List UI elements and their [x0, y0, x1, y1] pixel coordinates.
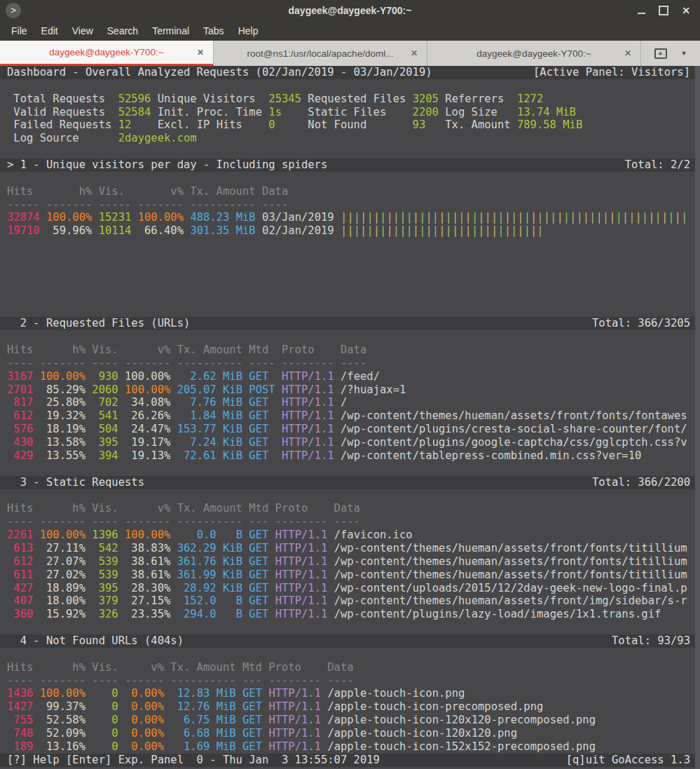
cell-vpct: 0.00% — [125, 700, 164, 713]
summary-segment — [275, 118, 308, 131]
cell-hpct: 13.16% — [40, 740, 85, 753]
menu-item-edit[interactable]: Edit — [34, 22, 65, 39]
new-tab-icon[interactable]: + — [654, 48, 667, 59]
cell-data: /apple-touch-icon-152x152-precomposed.pn… — [327, 740, 596, 753]
bar-tick: | — [537, 224, 543, 237]
tab-list-dropdown-icon[interactable]: ▼ — [681, 50, 687, 57]
cell-tx: 294.0 B — [177, 608, 242, 620]
bar-tick: | — [530, 224, 537, 237]
tab-1[interactable]: daygeek@daygeek-Y700:~✕ — [0, 41, 214, 66]
bar-tick: | — [491, 224, 497, 237]
summary-segment — [439, 93, 445, 105]
cell-vis: 0 — [92, 740, 118, 753]
bar-tick: | — [472, 224, 478, 237]
cell-vpct: 34.08% — [125, 396, 170, 409]
cell-proto: HTTP/1.1 — [282, 423, 334, 435]
dashboard-header-left: Dashboard - Overall Analyzed Requests (0… — [7, 66, 432, 79]
window-controls: ✕ — [638, 6, 690, 15]
cell-proto: HTTP/1.1 — [275, 555, 328, 568]
maximize-icon[interactable] — [659, 6, 668, 15]
bar-tick: | — [406, 211, 412, 224]
cell-hits: 3167 — [7, 370, 33, 383]
summary-segment: 0 — [268, 118, 275, 131]
cell-proto: HTTP/1.1 — [282, 383, 334, 396]
cell-hpct: 52.09% — [40, 727, 85, 740]
menu-item-search[interactable]: Search — [100, 22, 145, 39]
bar-tick: | — [393, 211, 399, 224]
cell-proto: HTTP/1.1 — [268, 700, 321, 713]
bar-tick: | — [661, 211, 668, 224]
tab-close-icon[interactable]: ✕ — [624, 48, 631, 58]
bar-tick: | — [517, 224, 523, 237]
tab-bar: daygeek@daygeek-Y700:~✕root@ns1:/usr/loc… — [0, 41, 700, 66]
bar-tick: | — [366, 211, 373, 224]
menu-item-terminal[interactable]: Terminal — [145, 22, 196, 39]
window-title: daygeek@daygeek-Y700:~ — [0, 5, 700, 16]
bar-tick: | — [636, 211, 642, 224]
panel-header-2-left: 2 - Requested Files (URLs) — [7, 317, 190, 330]
bar-tick: | — [648, 211, 654, 224]
tab-2[interactable]: root@ns1:/usr/local/apache/doml...✕ — [214, 41, 427, 66]
cell-proto: HTTP/1.1 — [275, 608, 328, 620]
panel-row: 3167 100.00% 930 100.00% 2.62 MiB GET HT… — [0, 370, 700, 383]
cell-proto: HTTP/1.1 — [268, 740, 321, 753]
panel-row: 429 13.55% 394 19.13% 72.61 KiB GET HTTP… — [0, 449, 700, 463]
cell-data: /apple-touch-icon-120x120-precomposed.pn… — [327, 714, 596, 726]
bar-tick: | — [354, 224, 360, 237]
bar-tick: | — [419, 211, 425, 224]
bar-tick: | — [556, 211, 563, 224]
tab-close-icon[interactable]: ✕ — [411, 48, 418, 58]
dashboard-header: Dashboard - Overall Analyzed Requests (0… — [0, 66, 700, 79]
cell-mtd: GET — [249, 396, 275, 409]
cell-tx: 205.07 KiB — [177, 383, 242, 396]
cell-data: /apple-touch-icon-120x120.png — [327, 727, 517, 740]
cell-mtd: GET — [249, 529, 268, 541]
cell-data: 03/Jan/2019 — [262, 211, 334, 224]
cell-hits: 612 — [7, 555, 33, 568]
bar-tick: | — [655, 211, 661, 224]
panel-header-1-right: Total: 2/2 — [625, 158, 690, 172]
bar-tick: | — [413, 224, 419, 237]
cell-hpct: 13.58% — [40, 436, 85, 449]
bar-tick: | — [341, 211, 347, 224]
minimize-icon[interactable] — [638, 13, 645, 14]
cell-mtd: GET — [242, 687, 262, 700]
cell-data: /wp-content/themes/hueman/assets/front/i… — [334, 594, 687, 607]
menu-item-help[interactable]: Help — [231, 22, 266, 39]
panel-header-1-left: > 1 - Unique visitors per day - Includin… — [7, 158, 327, 172]
bar-tick: | — [426, 224, 432, 237]
cell-vpct: 28.30% — [125, 582, 170, 594]
cell-hpct: 100.00% — [40, 687, 85, 700]
menu-item-view[interactable]: View — [65, 22, 100, 39]
cell-vpct: 0.00% — [125, 714, 164, 726]
bar-tick: | — [413, 211, 419, 224]
cell-vis: 542 — [92, 542, 118, 554]
close-icon[interactable]: ✕ — [682, 6, 690, 15]
panel-header-2: 2 - Requested Files (URLs)Total: 366/320… — [0, 317, 700, 330]
cell-hpct: 25.80% — [40, 396, 85, 409]
bar-tick: | — [373, 211, 380, 224]
panel-header-4-left: 4 - Not Found URLs (404s) — [7, 634, 184, 648]
summary-segment: Tx. Amount — [445, 118, 517, 131]
summary-segment: 1272 — [517, 93, 543, 105]
bar-tick: | — [347, 224, 353, 237]
cell-hpct: 52.58% — [40, 714, 85, 726]
cell-vis: 702 — [92, 396, 118, 409]
cell-mtd: GET — [249, 582, 268, 594]
tab-close-icon[interactable]: ✕ — [197, 48, 204, 57]
summary-segment — [151, 106, 157, 118]
cell-vis: 504 — [92, 423, 118, 435]
cell-mtd: GET — [249, 409, 275, 422]
panel-header-1: > 1 - Unique visitors per day - Includin… — [0, 158, 700, 172]
cell-mtd: GET — [249, 542, 268, 554]
blank-line — [0, 278, 700, 291]
cell-tx: 153.77 KiB — [177, 423, 242, 435]
menu-item-file[interactable]: File — [4, 22, 34, 39]
bar-tick: | — [517, 211, 523, 224]
tab-label: daygeek@daygeek-Y700:~ — [476, 48, 591, 59]
tab-3[interactable]: daygeek@daygeek-Y700:~✕ — [427, 41, 641, 66]
menu-item-tabs[interactable]: Tabs — [196, 22, 231, 39]
cell-tx: 301.35 MiB — [190, 224, 255, 237]
terminal-scrollbar[interactable] — [695, 66, 700, 769]
cell-vis: 541 — [92, 409, 118, 422]
